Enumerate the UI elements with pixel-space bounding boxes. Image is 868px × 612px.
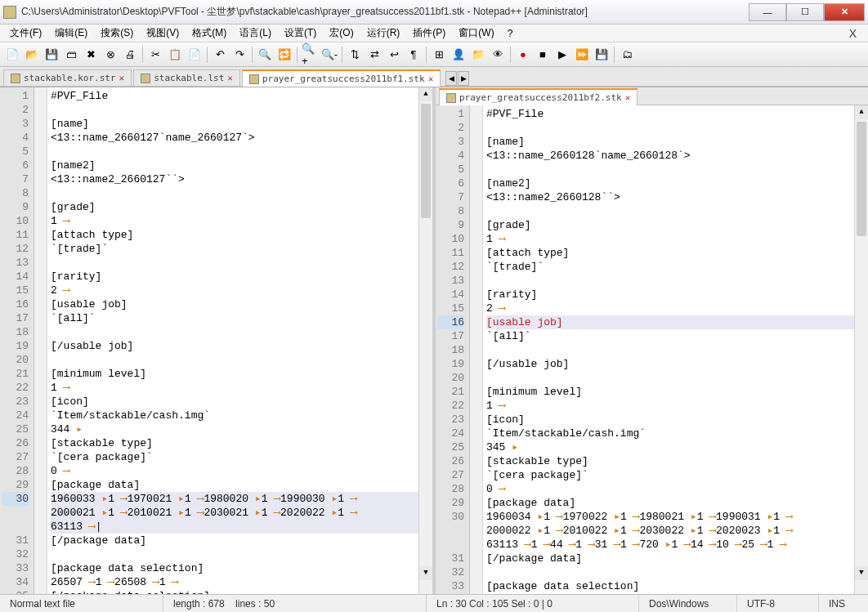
menu-view[interactable]: 视图(V) <box>140 25 186 42</box>
code-line[interactable]: <13::name_2660128`name_2660128`> <box>486 149 865 163</box>
tab-stackable-kor[interactable]: stackable.kor.str ✕ <box>3 69 132 86</box>
code-line[interactable]: #PVF_File <box>51 89 429 103</box>
menu-plugins[interactable]: 插件(P) <box>406 25 452 42</box>
code-line[interactable] <box>486 371 865 385</box>
code-line[interactable]: 1 ⟶ <box>51 214 429 228</box>
code-line[interactable]: 1 ⟶ <box>486 232 865 246</box>
show-all-chars-icon[interactable]: ¶ <box>405 46 423 64</box>
tab-stackable-lst[interactable]: stackable.lst ✕ <box>133 69 240 86</box>
code-line[interactable]: [stackable type] <box>51 436 429 450</box>
code-line[interactable]: `[all]` <box>51 311 429 325</box>
code-line[interactable] <box>486 163 865 176</box>
code-line[interactable]: [rarity] <box>486 288 865 302</box>
maximize-button[interactable] <box>786 3 824 21</box>
menu-window[interactable]: 窗口(W) <box>452 25 500 42</box>
replace-icon[interactable]: 🔁 <box>275 46 293 64</box>
code-line[interactable] <box>51 325 429 339</box>
code-line[interactable] <box>51 353 429 367</box>
code-line[interactable] <box>486 274 865 288</box>
paste-icon[interactable]: 📄 <box>186 46 204 64</box>
play-macro-icon[interactable]: ▶ <box>553 46 571 64</box>
code-line[interactable]: 2 ⟶ <box>51 284 429 297</box>
code-line[interactable]: [package data selection] <box>51 561 429 575</box>
copy-icon[interactable]: 📋 <box>166 46 184 64</box>
print-icon[interactable]: 🖨 <box>121 46 139 64</box>
code-line[interactable]: <13::name2_2660128``> <box>486 190 865 204</box>
code-line[interactable] <box>486 565 865 579</box>
code-line[interactable]: 2000021 ▸1 ⟶2010021 ▸1 ⟶2030021 ▸1 ⟶2020… <box>51 506 429 520</box>
vertical-scrollbar[interactable]: ▲ ▼ <box>418 87 432 594</box>
code-line[interactable]: [icon] <box>486 413 865 427</box>
code-line[interactable]: `Item/stackable/cash.img` <box>486 427 865 440</box>
code-line[interactable]: [package data] <box>486 496 865 510</box>
code-line[interactable]: 1 ⟶ <box>51 381 429 395</box>
find-icon[interactable]: 🔍 <box>256 46 274 64</box>
open-file-icon[interactable]: 📂 <box>23 46 41 64</box>
code-line[interactable]: 63113 ⟶1 ⟶44 ⟶1 ⟶31 ⟶1 ⟶720 ▸1 ⟶14 ⟶10 ⟶… <box>486 538 865 552</box>
code-line[interactable]: [icon] <box>51 395 429 409</box>
code-line[interactable]: `[trade]` <box>486 260 865 274</box>
code-line[interactable]: 63113 ⟶| <box>51 520 429 534</box>
menu-run[interactable]: 运行(R) <box>360 25 407 42</box>
code-line[interactable]: 1960033 ▸1 ⟶1970021 ▸1 ⟶1980020 ▸1 ⟶1990… <box>51 492 429 506</box>
tab-close-icon[interactable]: ✕ <box>428 74 434 84</box>
menu-language[interactable]: 语言(L) <box>233 25 278 42</box>
code-line[interactable]: [/usable job] <box>51 339 429 353</box>
code-line[interactable]: [usable job] <box>51 297 429 311</box>
indent-guide-icon[interactable]: ⊞ <box>430 46 448 64</box>
close-all-icon[interactable]: ⊗ <box>101 46 119 64</box>
play-multi-icon[interactable]: ⏩ <box>573 46 591 64</box>
menu-file[interactable]: 文件(F) <box>3 25 48 42</box>
close-file-icon[interactable]: ✖ <box>82 46 100 64</box>
code-line[interactable] <box>486 343 865 357</box>
code-line[interactable]: [rarity] <box>51 270 429 284</box>
close-button[interactable] <box>824 3 865 21</box>
code-line[interactable]: [/usable job] <box>486 357 865 371</box>
code-line[interactable]: [minimum level] <box>51 367 429 381</box>
scroll-thumb[interactable] <box>857 122 866 236</box>
stop-macro-icon[interactable]: ■ <box>534 46 552 64</box>
code-line[interactable]: 0 ⟶ <box>51 464 429 478</box>
wordwrap-icon[interactable]: ↩ <box>385 46 403 64</box>
code-line[interactable]: [name2] <box>486 176 865 190</box>
code-line[interactable]: <13::name2_2660127``> <box>51 172 429 186</box>
menu-settings[interactable]: 设置(T) <box>278 25 323 42</box>
code-line[interactable]: `[cera package]` <box>486 468 865 482</box>
menu-format[interactable]: 格式(M) <box>186 25 233 42</box>
code-line[interactable]: `[cera package]` <box>51 450 429 464</box>
user-lang-icon[interactable]: 👤 <box>450 46 468 64</box>
zoom-in-icon[interactable]: 🔍+ <box>301 46 319 64</box>
menu-help[interactable]: ? <box>501 26 520 41</box>
tab-prayer-bf2[interactable]: prayer_greatsuccess2011bf2.stk ✕ <box>439 88 638 105</box>
code-line[interactable]: [name2] <box>51 159 429 172</box>
new-file-icon[interactable]: 📄 <box>3 46 21 64</box>
code-line[interactable]: [/package data] <box>486 552 865 565</box>
tab-close-icon[interactable]: ✕ <box>119 73 125 83</box>
zoom-out-icon[interactable]: 🔍- <box>320 46 338 64</box>
code-line[interactable]: <13::name_2660127`name_2660127`> <box>51 131 429 145</box>
code-line[interactable]: [package data selection] <box>486 579 865 593</box>
record-macro-icon[interactable]: ● <box>514 46 532 64</box>
code-line[interactable] <box>51 186 429 200</box>
tab-scroll-left-icon[interactable]: ◀ <box>445 71 457 86</box>
sync-hscroll-icon[interactable]: ⇄ <box>365 46 383 64</box>
extra-icon[interactable]: 🗂 <box>618 46 636 64</box>
code-line[interactable]: [/package data selection] <box>51 589 429 594</box>
code-line[interactable] <box>486 121 865 135</box>
code-line[interactable]: [name] <box>51 117 429 131</box>
scroll-down-icon[interactable]: ▼ <box>419 566 432 580</box>
code-line[interactable]: 0 ⟶ <box>486 482 865 496</box>
menu-macro[interactable]: 宏(O) <box>323 25 360 42</box>
code-line[interactable]: [package data] <box>51 478 429 492</box>
code-line[interactable]: #PVF_File <box>486 107 865 121</box>
code-line[interactable]: [usable job] <box>486 315 865 329</box>
code-line[interactable]: [name] <box>486 135 865 149</box>
undo-icon[interactable]: ↶ <box>211 46 229 64</box>
code-line[interactable]: [/package data] <box>51 534 429 547</box>
editor-left[interactable]: 1234567891011121314151617181920212223242… <box>0 87 432 594</box>
save-icon[interactable]: 💾 <box>43 46 60 64</box>
minimize-button[interactable] <box>749 3 786 21</box>
code-line[interactable] <box>51 145 429 159</box>
code-line[interactable]: 345 ▸ <box>486 440 865 454</box>
code-line[interactable]: 26507 ⟶1 ⟶26508 ⟶1 ⟶ <box>486 593 865 594</box>
